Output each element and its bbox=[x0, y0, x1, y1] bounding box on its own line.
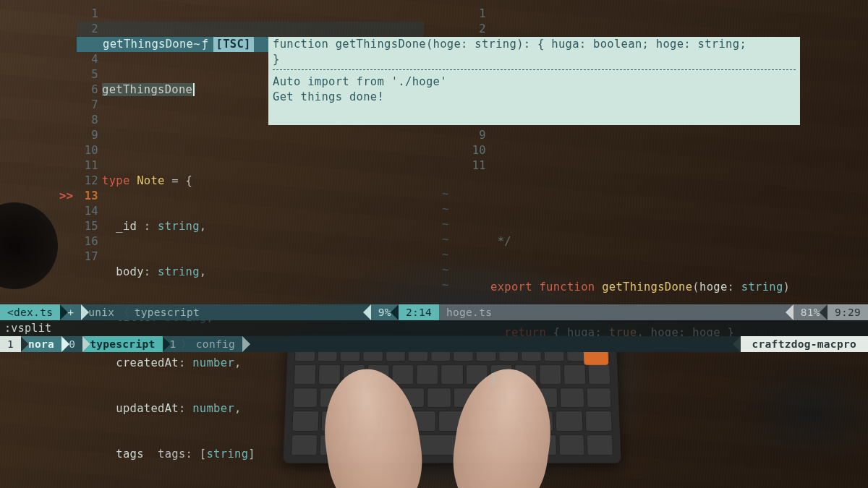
status-filename-right: hoge.ts bbox=[439, 304, 793, 320]
doc-line: Auto import from './hoge' bbox=[273, 74, 796, 90]
doc-line: Get things done! bbox=[273, 90, 796, 105]
lsp-doc-float: function getThingsDone(hoge: string): { … bbox=[268, 37, 800, 125]
typed-text[interactable]: getThingsDone bbox=[102, 83, 195, 96]
tmux-hostname: craftzdog-macpro bbox=[741, 336, 868, 352]
statusline: <dex.ts + unix 〈 typescript 9% 2:14 hoge… bbox=[0, 304, 868, 320]
completion-label: getThingsDone~ bbox=[103, 37, 200, 52]
status-filename: <dex.ts bbox=[0, 304, 60, 320]
completion-kind-icon: ƒ bbox=[202, 37, 209, 52]
completion-source-badge: [TSC] bbox=[213, 37, 254, 52]
status-position-right: 9:29 bbox=[827, 304, 868, 320]
sign-column-mark: >> bbox=[59, 189, 73, 204]
tmux-window-current[interactable]: typescript bbox=[82, 336, 162, 352]
tmux-pane-index: 1 bbox=[0, 336, 21, 352]
code-left[interactable]: getThingsDone type Note = { _id : string… bbox=[102, 7, 269, 488]
neovim-editor[interactable]: >> 1 2 3 4 5 6 7 8 9 10 11 12 13 14 15 1… bbox=[0, 0, 868, 488]
command-line[interactable]: :vsplit bbox=[0, 320, 868, 336]
tmux-window-1[interactable]: 1 〉 config bbox=[163, 336, 243, 352]
status-position: 2:14 bbox=[399, 304, 439, 320]
empty-line-tildes: ~ ~ ~ ~ ~ ~ ~ bbox=[442, 187, 449, 293]
status-fileinfo: unix 〈 typescript bbox=[81, 304, 371, 320]
completion-item[interactable]: getThingsDone~ ƒ [TSC] bbox=[77, 37, 268, 52]
tmux-statusbar: 1 nora 0 typescript 1 〉 config craftzdog… bbox=[0, 336, 868, 352]
